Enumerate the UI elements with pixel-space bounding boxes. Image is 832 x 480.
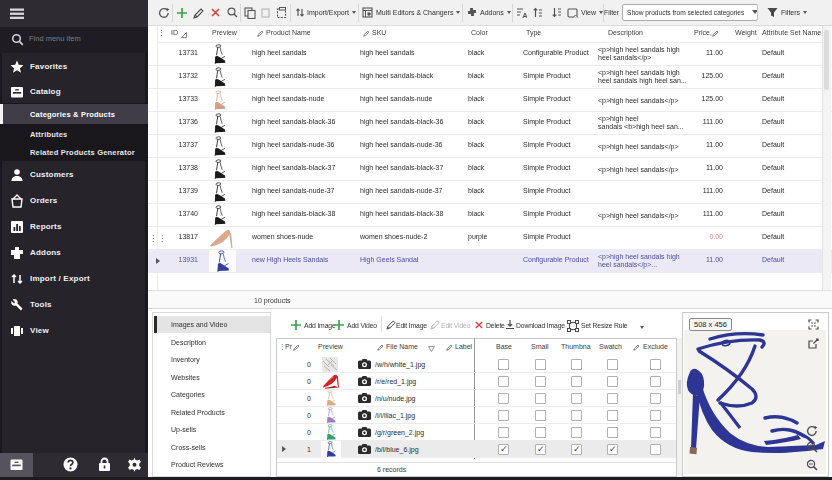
svg-text:A: A — [522, 11, 527, 19]
